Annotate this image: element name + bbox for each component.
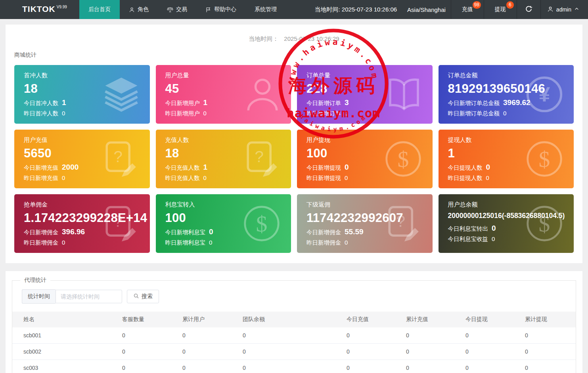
person-icon	[244, 76, 281, 113]
refresh-button[interactable]	[517, 0, 540, 19]
col-name: 姓名	[12, 312, 117, 327]
agent-table: 姓名 客服数量 累计用户 团队余额 今日充值 累计充值 今日提现 累计提现 sc…	[12, 312, 576, 373]
menu-item-home[interactable]: 后台首页	[79, 0, 120, 19]
app-logo[interactable]: TIKTOK V9.99	[0, 0, 79, 19]
table-row: scb0010 00 00 00	[12, 327, 576, 344]
withdraw-badge: 6	[506, 1, 514, 9]
col-total-users: 累计用户	[178, 312, 238, 327]
document-question-edit-icon	[103, 205, 140, 242]
navbar-right: 当地时间: 2025-07-23 10:26:06 Asia/Shanghai …	[309, 0, 588, 19]
stat-card-total-users: 用户总量 45 今日新增用户1 昨日新增用户0	[156, 65, 291, 124]
refresh-icon	[525, 5, 532, 14]
agent-filter-row: 统计时间 搜索	[12, 289, 576, 312]
stat-card-grab-commission: 抢单佣金 1.174223299228E+14 今日新增佣金396.96 昨日新…	[14, 194, 150, 253]
section-title-agent-stats: 代理统计	[20, 277, 50, 284]
dollar-icon	[243, 205, 281, 243]
yen-icon	[525, 75, 563, 113]
col-service-count: 客服数量	[117, 312, 178, 327]
timezone: Asia/Shanghai	[402, 0, 451, 19]
table-row: scb0020 00 00 00	[12, 344, 576, 360]
layers-icon	[103, 76, 140, 113]
col-total-recharge: 累计充值	[401, 312, 461, 327]
document-question-edit-icon	[103, 141, 140, 177]
stat-card-first-recharge-users: 首冲人数 18 今日首冲人数1 昨日首冲人数0	[14, 65, 150, 124]
menu-item-system[interactable]: 系统管理	[245, 0, 286, 19]
top-navbar: TIKTOK V9.99 后台首页 角色 交易 帮助中心 系统管理	[0, 0, 588, 19]
local-time: 当地时间: 2025-07-23 10:26:06	[309, 0, 402, 19]
stat-card-user-total-balance: 用户总余额 20000000125016(-8583626880104.5) 今…	[439, 194, 574, 253]
col-total-withdraw: 累计提现	[520, 312, 576, 327]
shop-stats-panel: 当地时间：2025-07-23 10:26:29 商城统计 首冲人数 18 今日…	[6, 25, 582, 263]
stat-time-input[interactable]	[56, 290, 122, 303]
table-row: sc0030 00 00 00	[12, 360, 576, 373]
stat-card-total-orders: 订单总量 228 今日新增订单3 昨日新增订单0	[297, 65, 433, 124]
withdraw-button[interactable]: 提现 6	[484, 0, 517, 19]
document-question-edit-icon	[386, 205, 422, 242]
content-local-time: 当地时间：2025-07-23 10:26:29	[6, 25, 582, 43]
agent-stats-panel: 代理统计 统计时间 搜索 姓名 客服数量 累计用户 团队余额	[6, 271, 582, 373]
recharge-button[interactable]: 充值 98	[451, 0, 484, 19]
menu-item-trade[interactable]: 交易	[158, 0, 196, 19]
menu-item-help-center[interactable]: 帮助中心	[196, 0, 245, 19]
menu-item-roles[interactable]: 角色	[120, 0, 158, 19]
stat-card-interest-transfer-in: 利息宝转入 100 今日新增利息宝0 昨日新增利息宝0	[156, 194, 291, 253]
chevron-up-icon	[574, 6, 579, 13]
col-today-withdraw: 今日提现	[461, 312, 520, 327]
table-header-row: 姓名 客服数量 累计用户 团队余额 今日充值 累计充值 今日提现 累计提现	[12, 312, 576, 327]
username: admin	[556, 6, 571, 13]
scales-icon	[167, 6, 173, 13]
stat-card-user-recharge: 用户充值 5650 今日新增充值2000 昨日新增充值0	[14, 130, 150, 188]
book-icon	[386, 76, 422, 113]
user-icon	[547, 6, 554, 13]
app-logo-text: TIKTOK	[22, 4, 56, 14]
dollar-icon	[525, 205, 563, 243]
document-question-edit-icon	[244, 141, 281, 177]
col-team-balance: 团队余额	[238, 312, 342, 327]
user-menu[interactable]: admin	[541, 0, 588, 19]
person-icon	[129, 7, 135, 13]
stat-card-withdraw-users: 提现人数 1 今日提现人数0 昨日提现人数0	[439, 130, 574, 188]
stat-card-user-withdraw: 用户提现 100 今日新增提现0 昨日新增提现0	[297, 130, 433, 188]
flag-icon	[205, 7, 211, 13]
main-menu: 后台首页 角色 交易 帮助中心 系统管理	[79, 0, 286, 19]
stat-card-total-order-amount: 订单总金额 81929139650146 今日新增订单总金额3969.62 昨日…	[439, 65, 574, 124]
agent-stats-fieldset: 代理统计 统计时间 搜索 姓名 客服数量 累计用户 团队余额	[12, 277, 576, 373]
section-title-shop-stats: 商城统计	[6, 43, 582, 65]
search-button[interactable]: 搜索	[127, 290, 159, 303]
stat-cards-grid: 首冲人数 18 今日首冲人数1 昨日首冲人数0 用户总量 45 今日新增用户1 …	[6, 65, 582, 253]
col-today-recharge: 今日充值	[342, 312, 401, 327]
app-version: V9.99	[57, 5, 67, 9]
stat-card-sub-rebate: 下级返佣 11742232992607 今日新增佣金55.59 昨日新增佣金0	[297, 194, 433, 253]
stat-card-recharge-users: 充值人数 18 今日充值人数1 昨日充值人数0	[156, 130, 291, 188]
stat-time-label: 统计时间	[22, 289, 56, 304]
recharge-badge: 98	[473, 1, 481, 9]
search-icon	[133, 293, 139, 300]
dollar-icon	[384, 140, 422, 178]
dollar-icon	[525, 140, 563, 178]
